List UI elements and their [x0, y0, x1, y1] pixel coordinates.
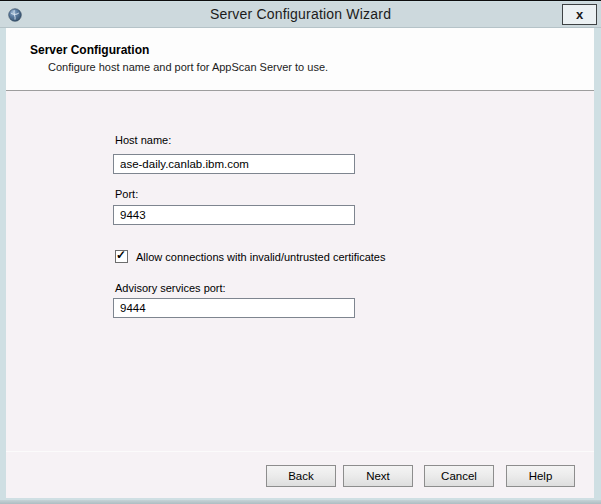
- port-label: Port:: [115, 188, 138, 200]
- close-icon: x: [576, 7, 583, 22]
- wizard-page: Server Configuration Configure host name…: [6, 28, 594, 498]
- allow-invalid-certificates-row: ✓ Allow connections with invalid/untrust…: [115, 249, 385, 264]
- allow-invalid-certificates-checkbox[interactable]: ✓: [115, 250, 128, 263]
- host-name-input[interactable]: [113, 154, 355, 174]
- port-input[interactable]: [113, 205, 355, 225]
- next-button[interactable]: Next: [343, 465, 413, 487]
- server-configuration-wizard-window: Server Configuration Wizard x Server Con…: [0, 0, 601, 504]
- page-header: Server Configuration Configure host name…: [6, 28, 594, 91]
- window-bottom-edge: [0, 500, 601, 504]
- checkmark-icon: ✓: [116, 248, 126, 262]
- advisory-services-port-label: Advisory services port:: [115, 282, 226, 294]
- page-subtitle: Configure host name and port for AppScan…: [48, 61, 328, 73]
- window-title: Server Configuration Wizard: [0, 6, 601, 22]
- titlebar[interactable]: Server Configuration Wizard x: [0, 2, 601, 28]
- page-title: Server Configuration: [30, 43, 149, 57]
- allow-invalid-certificates-label[interactable]: Allow connections with invalid/untrusted…: [136, 251, 385, 263]
- back-button[interactable]: Back: [266, 465, 336, 487]
- host-name-label: Host name:: [115, 134, 171, 146]
- button-bar-separator: [6, 451, 594, 452]
- advisory-services-port-input[interactable]: [113, 298, 355, 318]
- cancel-button[interactable]: Cancel: [424, 465, 494, 487]
- close-button[interactable]: x: [562, 4, 597, 25]
- help-button[interactable]: Help: [506, 465, 575, 487]
